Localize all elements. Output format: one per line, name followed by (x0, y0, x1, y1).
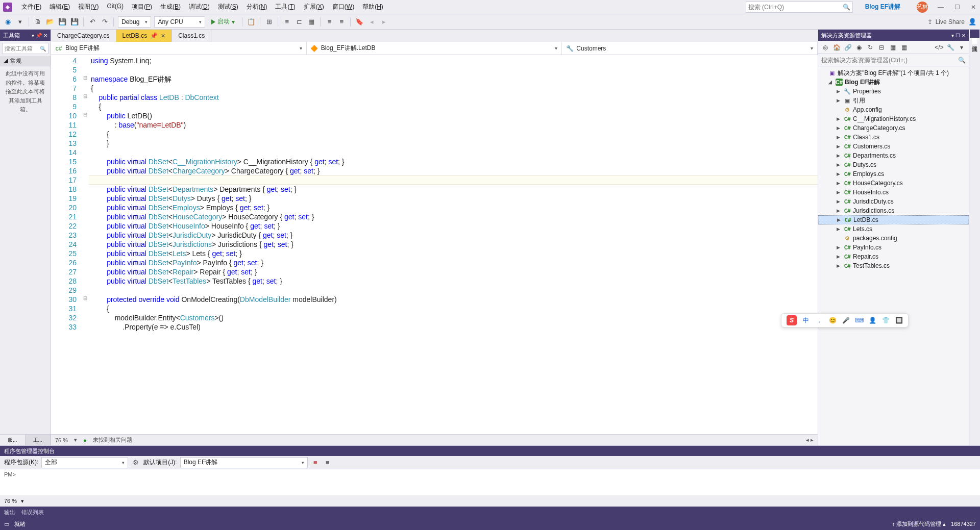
tb-icon-9[interactable]: ◂ (367, 17, 376, 27)
tree-node[interactable]: ▶C#Jurisdictions.cs (818, 206, 969, 215)
tb-icon-5[interactable]: ▦ (307, 17, 316, 27)
menu-item[interactable]: 工具(T) (271, 1, 299, 13)
vertical-tab[interactable]: 解决方案资源管理器 (970, 30, 979, 38)
tree-node[interactable]: ▶C#HouseCategory.cs (818, 179, 969, 188)
ime-icon[interactable]: 🔲 (895, 317, 903, 324)
nav-combo[interactable]: 🔶Blog_EF讲解.LetDB (307, 42, 562, 55)
ime-icon[interactable]: 👕 (881, 317, 890, 324)
menu-item[interactable]: Git(G) (103, 1, 128, 13)
se-showall-icon[interactable]: ▦ (889, 43, 897, 52)
menu-item[interactable]: 窗口(W) (328, 1, 358, 13)
quick-launch-input[interactable] (748, 4, 841, 11)
ime-icon[interactable]: ⌨ (855, 317, 863, 324)
gear-icon[interactable]: ⚙ (131, 458, 140, 467)
nav-combo[interactable]: 🔧Customers (562, 42, 818, 55)
tree-node[interactable]: ▶C#JurisdicDuty.cs (818, 197, 969, 206)
toolbox-search[interactable]: 🔍 (2, 43, 48, 54)
close-icon[interactable]: ✕ (161, 33, 165, 39)
ime-icon[interactable]: ， (815, 316, 823, 325)
platform-dropdown[interactable]: Any CPU (154, 16, 205, 28)
tree-node[interactable]: ▶C#ChargeCategory.cs (818, 123, 969, 133)
left-tab-server[interactable]: 服... (0, 435, 26, 445)
back-icon[interactable]: ◉ (3, 17, 12, 27)
se-wrench-icon[interactable]: 🔧 (946, 43, 954, 52)
se-home-icon[interactable]: 🏠 (832, 43, 841, 52)
menu-item[interactable]: 分析(N) (242, 1, 272, 13)
pmc-zoom[interactable]: 76 % (4, 498, 17, 504)
toolbox-category[interactable]: ◢ 常规 (0, 56, 51, 66)
nav-combo[interactable]: c#Blog EF讲解 (51, 42, 307, 55)
menu-item[interactable]: 编辑(E) (45, 1, 74, 13)
doc-tab[interactable]: LetDB.cs📌✕ (116, 30, 173, 42)
se-scope-icon[interactable]: ◉ (855, 43, 863, 52)
panel-menu-icon[interactable]: ▾ ☐ ✕ (951, 33, 966, 38)
sogou-icon[interactable]: S (787, 315, 797, 325)
undo-icon[interactable]: ↶ (88, 17, 97, 27)
tree-node[interactable]: ▶C#Class1.cs (818, 133, 969, 142)
tree-node[interactable]: ▶C#Employs.cs (818, 169, 969, 179)
user-avatar[interactable]: 艺林 (917, 2, 928, 13)
se-sync-icon[interactable]: 🔗 (844, 43, 852, 52)
tb-icon-6[interactable]: ≡ (325, 17, 334, 27)
tb-icon-4[interactable]: ⊏ (295, 17, 304, 27)
solution-tree[interactable]: ▣解决方案"Blog EF讲解"(1 个项目/共 1 个)◢C#Blog EF讲… (818, 66, 969, 445)
open-icon[interactable]: 📂 (45, 17, 55, 27)
menu-item[interactable]: 文件(F) (17, 1, 45, 13)
menu-item[interactable]: 帮助(H) (358, 1, 387, 13)
menu-item[interactable]: 调试(D) (185, 1, 214, 13)
menu-item[interactable]: 生成(B) (156, 1, 185, 13)
minimize-button[interactable]: — (937, 4, 944, 11)
zoom-combo[interactable]: 76 % (55, 437, 68, 443)
doc-tab[interactable]: ChargeCategory.cs (51, 30, 116, 42)
status-scm[interactable]: ↑ 添加到源代码管理 ▴ (892, 520, 946, 528)
tree-node[interactable]: ▶C#Dutys.cs (818, 160, 969, 169)
pmc-output[interactable]: PM> (0, 469, 980, 495)
liveshare-user-icon[interactable]: 👤 (968, 17, 977, 27)
se-code-icon[interactable]: </> (935, 43, 943, 52)
ime-bar[interactable]: S中，😊🎤⌨👤👕🔲 (781, 313, 909, 327)
tree-node[interactable]: ▶C#PayInfo.cs (818, 243, 969, 252)
menu-item[interactable]: 测试(S) (214, 1, 242, 13)
tree-node[interactable]: ▶C#Lets.cs (818, 224, 969, 234)
pin-icon[interactable]: 📌 (150, 32, 158, 39)
tab-output[interactable]: 输出 (4, 509, 15, 516)
tree-node[interactable]: ▶▣引用 (818, 96, 969, 105)
tree-node[interactable]: ▶C#HouseInfo.cs (818, 188, 969, 197)
fold-gutter[interactable]: ⊟⊟⊟⊟ (82, 55, 89, 434)
tree-node[interactable]: ▶C#Departments.cs (818, 151, 969, 160)
se-more-icon[interactable]: ▾ (958, 43, 966, 52)
tb-icon-10[interactable]: ▸ (379, 17, 388, 27)
tree-node[interactable]: ⚙packages.config (818, 234, 969, 243)
pmc-clear-icon[interactable]: ≡ (323, 458, 332, 467)
redo-icon[interactable]: ↷ (100, 17, 109, 27)
nav-icon[interactable]: ◂ ▸ (806, 437, 814, 443)
close-button[interactable]: ✕ (970, 4, 977, 11)
tb-icon-8[interactable]: 🔖 (355, 17, 364, 27)
tb-icon-2[interactable]: ⊞ (264, 17, 274, 27)
pmc-stop-icon[interactable]: ≡ (311, 458, 320, 467)
menu-item[interactable]: 扩展(X) (300, 1, 328, 13)
solution-search[interactable]: 🔍 (818, 54, 969, 66)
tree-node[interactable]: ▣解决方案"Blog EF讲解"(1 个项目/共 1 个) (818, 68, 969, 78)
tb-icon-7[interactable]: ≡ (337, 17, 346, 27)
tree-node[interactable]: ▶C#LetDB.cs (818, 215, 969, 224)
tree-node[interactable]: ⚙App.config (818, 105, 969, 114)
se-back-icon[interactable]: ◎ (821, 43, 829, 52)
tree-node[interactable]: ▶C#TestTables.cs (818, 261, 969, 270)
left-tab-toolbox[interactable]: 工... (26, 435, 51, 445)
tree-node[interactable]: ▶🔧Properties (818, 87, 969, 96)
tree-node[interactable]: ▶C#Customers.cs (818, 142, 969, 151)
tb-icon-3[interactable]: ≡ (282, 17, 291, 27)
doc-tab[interactable]: Class1.cs (172, 30, 211, 42)
quick-launch[interactable]: 🔍 (746, 2, 853, 13)
saveall-icon[interactable]: 💾 (70, 17, 79, 27)
fwd-icon[interactable]: ▾ (15, 17, 24, 27)
se-showall2-icon[interactable]: ▦ (900, 43, 908, 52)
tree-node[interactable]: ▶C#C__MigrationHistory.cs (818, 114, 969, 123)
code-area[interactable]: using System.Linq;namespace Blog_EF讲解{ p… (89, 55, 818, 434)
menu-item[interactable]: 项目(P) (128, 1, 156, 13)
start-button[interactable]: 启动 ▾ (208, 17, 238, 26)
save-icon[interactable]: 💾 (58, 17, 67, 27)
menu-item[interactable]: 视图(V) (74, 1, 103, 13)
ime-icon[interactable]: 🎤 (842, 317, 850, 324)
